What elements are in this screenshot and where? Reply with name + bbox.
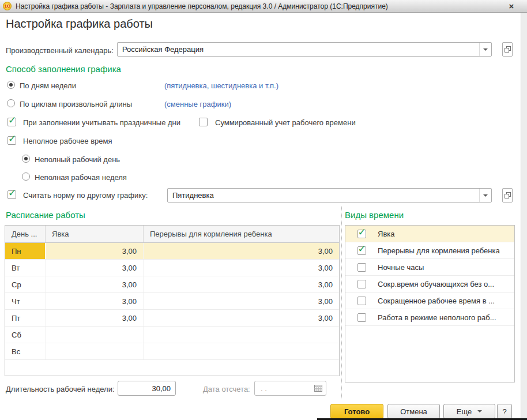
item-checkbox-cell[interactable] — [345, 263, 378, 272]
week-length-input[interactable] — [118, 381, 176, 396]
item-label[interactable]: Перерывы для кормления ребенка — [378, 246, 500, 255]
help-button[interactable]: ? — [497, 404, 512, 419]
checkbox-holidays-label[interactable]: При заполнении учитывать праздничные дни — [23, 118, 180, 127]
norm-schedule-dropdown-button[interactable] — [479, 189, 491, 202]
table-row[interactable]: Сб — [5, 327, 339, 343]
item-label[interactable]: Ночные часы — [378, 263, 424, 272]
item-checkbox[interactable] — [357, 313, 366, 322]
checkbox-summed-accounting-label[interactable]: Суммированный учет рабочего времени — [215, 118, 356, 127]
more-button-label: Еще — [457, 407, 472, 416]
panel-splitter[interactable] — [341, 207, 342, 399]
cell-breaks[interactable] — [144, 343, 339, 359]
radio-by-weekdays-label[interactable]: По дням недели — [20, 81, 76, 90]
radio-by-weekdays[interactable] — [7, 81, 15, 89]
by-cycles-hint: (сменные графики) — [164, 100, 231, 108]
production-calendar-value: Российская Федерация — [118, 45, 479, 54]
chevron-down-icon — [477, 410, 482, 412]
item-checkbox-cell[interactable] — [345, 297, 378, 305]
more-button[interactable]: Еще — [443, 404, 495, 419]
item-label[interactable]: Сокр.время обучающихся без о... — [378, 280, 494, 288]
cell-day[interactable]: Сб — [5, 327, 46, 343]
item-checkbox[interactable] — [357, 246, 366, 255]
list-item[interactable]: Перерывы для кормления ребенка — [345, 242, 514, 259]
item-checkbox-cell[interactable] — [345, 230, 378, 238]
norm-schedule-open-button[interactable] — [502, 188, 513, 202]
column-header-day[interactable]: День ... — [5, 226, 46, 242]
done-button[interactable]: Готово — [330, 404, 383, 419]
cell-day[interactable]: Пн — [5, 243, 46, 259]
table-row[interactable]: Пт3,003,00 — [5, 310, 339, 327]
cell-breaks[interactable]: 3,00 — [144, 293, 339, 309]
radio-parttime-day-label[interactable]: Неполный рабочий день — [35, 155, 120, 164]
cell-attendance[interactable]: 3,00 — [46, 243, 144, 259]
checkbox-parttime-label[interactable]: Неполное рабочее время — [23, 137, 112, 145]
radio-parttime-week[interactable] — [22, 172, 30, 181]
cell-day[interactable]: Пт — [5, 310, 46, 326]
cancel-button[interactable]: Отмена — [387, 404, 440, 419]
1c-app-icon: 1С — [3, 2, 12, 10]
cell-day[interactable]: Вт — [5, 260, 46, 276]
table-row[interactable]: Пн3,003,00 — [5, 243, 339, 260]
cell-breaks[interactable] — [144, 327, 339, 343]
item-checkbox[interactable] — [357, 230, 366, 238]
checkbox-summed-accounting[interactable] — [199, 118, 208, 126]
checkbox-norm-other-schedule-label[interactable]: Считать норму по другому графику: — [23, 191, 148, 200]
table-row[interactable]: Вс — [5, 343, 339, 360]
start-date-input[interactable]: . . — [254, 381, 326, 396]
radio-parttime-week-label[interactable]: Неполная рабочая неделя — [35, 173, 127, 182]
close-icon[interactable]: × — [504, 1, 519, 12]
production-calendar-input[interactable]: Российская Федерация — [117, 42, 492, 57]
radio-by-cycles[interactable] — [7, 99, 15, 107]
window-title: Настройка графика работы - Зарплата и уп… — [16, 2, 388, 10]
column-header-attendance[interactable]: Явка — [46, 226, 144, 242]
calendar-picker-button[interactable] — [311, 381, 326, 395]
cell-day[interactable]: Чт — [5, 293, 46, 309]
vertical-scrollbar-track[interactable] — [521, 13, 527, 418]
table-row[interactable]: Вт3,003,00 — [5, 260, 339, 276]
list-item[interactable]: Явка — [345, 226, 514, 242]
norm-schedule-input[interactable]: Пятидневка — [167, 188, 492, 202]
list-item[interactable]: Сокр.время обучающихся без о... — [345, 276, 514, 292]
list-item[interactable]: Ночные часы — [345, 259, 514, 276]
item-label[interactable]: Работа в режиме неполного раб... — [378, 313, 496, 322]
item-checkbox-cell[interactable] — [345, 280, 378, 288]
production-calendar-label: Производственный календарь: — [6, 46, 114, 55]
production-calendar-open-button[interactable] — [502, 42, 513, 57]
item-checkbox[interactable] — [357, 280, 366, 288]
item-label[interactable]: Сокращенное рабочее время в ... — [378, 297, 495, 305]
list-item[interactable]: Работа в режиме неполного раб... — [345, 309, 514, 326]
item-checkbox[interactable] — [357, 297, 366, 305]
table-row[interactable]: Чт3,003,00 — [5, 293, 339, 310]
page-title: Настройка графика работы — [6, 17, 153, 31]
radio-by-cycles-label[interactable]: По циклам произвольной длины — [20, 100, 132, 108]
item-checkbox-cell[interactable] — [345, 246, 378, 255]
cell-breaks[interactable]: 3,00 — [144, 243, 339, 259]
by-weekdays-hint: (пятидневка, шестидневка и т.п.) — [164, 81, 278, 90]
cell-attendance[interactable] — [46, 343, 144, 359]
list-item[interactable]: Сокращенное рабочее время в ... — [345, 292, 514, 309]
cell-attendance[interactable]: 3,00 — [46, 293, 144, 309]
chevron-down-icon — [483, 48, 488, 51]
column-header-breaks[interactable]: Перерывы для кормления ребенка — [144, 226, 339, 242]
cell-breaks[interactable]: 3,00 — [144, 310, 339, 326]
cell-attendance[interactable]: 3,00 — [46, 260, 144, 276]
cell-day[interactable]: Вс — [5, 343, 46, 359]
production-calendar-dropdown-button[interactable] — [479, 43, 491, 56]
cell-attendance[interactable] — [46, 327, 144, 343]
cell-attendance[interactable]: 3,00 — [46, 310, 144, 326]
checkbox-parttime[interactable] — [7, 136, 16, 145]
cell-breaks[interactable]: 3,00 — [144, 260, 339, 276]
cell-breaks[interactable]: 3,00 — [144, 276, 339, 292]
cell-day[interactable]: Ср — [5, 276, 46, 292]
start-date-value: . . — [255, 384, 311, 393]
checkbox-norm-other-schedule[interactable] — [7, 190, 16, 199]
item-checkbox-cell[interactable] — [345, 313, 378, 322]
item-label[interactable]: Явка — [378, 230, 395, 238]
item-checkbox[interactable] — [357, 263, 366, 272]
radio-parttime-day[interactable] — [22, 155, 30, 163]
table-row[interactable]: Ср3,003,00 — [5, 276, 339, 293]
checkbox-holidays[interactable] — [7, 118, 16, 126]
cell-attendance[interactable]: 3,00 — [46, 276, 144, 292]
calendar-icon — [314, 385, 322, 392]
title-bar[interactable]: 1С Настройка графика работы - Зарплата и… — [0, 0, 527, 13]
